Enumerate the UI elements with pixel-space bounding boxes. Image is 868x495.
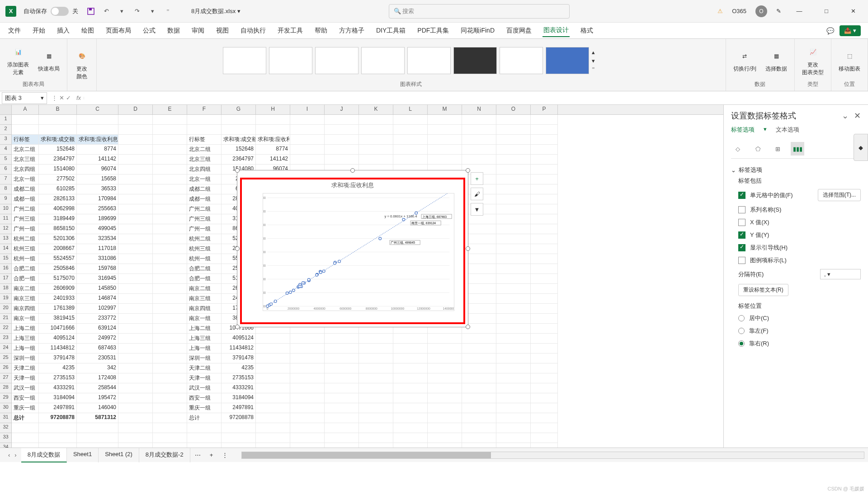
cell[interactable] bbox=[496, 344, 531, 354]
change-chart-type-button[interactable]: 📈更改 图表类型 bbox=[799, 43, 826, 78]
cell[interactable] bbox=[222, 125, 256, 135]
cell[interactable] bbox=[153, 443, 187, 448]
cell[interactable] bbox=[496, 324, 531, 334]
cell[interactable] bbox=[187, 115, 222, 125]
sheet-tab[interactable]: 8月成交数据 bbox=[21, 448, 67, 462]
cell[interactable] bbox=[428, 135, 462, 145]
cell[interactable] bbox=[153, 314, 187, 324]
cell[interactable]: 西安一组 bbox=[187, 393, 222, 403]
cell[interactable] bbox=[496, 135, 531, 145]
cell[interactable]: 上海一组 bbox=[187, 344, 222, 354]
radio-right[interactable] bbox=[738, 340, 745, 347]
cell[interactable] bbox=[325, 423, 359, 433]
cell[interactable] bbox=[531, 314, 558, 324]
cell[interactable]: 2401933 bbox=[39, 294, 77, 304]
maximize-button[interactable]: □ bbox=[817, 5, 835, 18]
cell[interactable]: 西安一组 bbox=[12, 393, 39, 403]
col-header[interactable]: I bbox=[290, 105, 325, 114]
cell[interactable]: 5871312 bbox=[77, 413, 118, 423]
cell[interactable] bbox=[256, 125, 290, 135]
cell[interactable] bbox=[496, 115, 531, 125]
fill-icon[interactable]: ◇ bbox=[731, 142, 745, 156]
cell[interactable] bbox=[12, 433, 39, 443]
cell[interactable]: 北京二组 bbox=[187, 145, 222, 155]
cell[interactable] bbox=[39, 433, 77, 443]
cell[interactable] bbox=[428, 373, 462, 383]
cell[interactable] bbox=[325, 373, 359, 383]
cell[interactable] bbox=[118, 443, 153, 448]
cell[interactable] bbox=[496, 264, 531, 274]
cell[interactable]: 行标签 bbox=[12, 135, 39, 145]
ribbon-tab-3[interactable]: 绘图 bbox=[80, 25, 95, 37]
cell[interactable] bbox=[359, 344, 393, 354]
styles-scroll[interactable]: ▴▾⁼ bbox=[592, 47, 599, 74]
cell[interactable] bbox=[325, 145, 359, 155]
quick-layout-button[interactable]: ▦快速布局 bbox=[35, 47, 62, 75]
cell[interactable]: 上海二组 bbox=[12, 324, 39, 334]
cell[interactable] bbox=[290, 115, 325, 125]
cell[interactable]: 天津一组 bbox=[12, 373, 39, 383]
cell[interactable] bbox=[153, 393, 187, 403]
cell[interactable]: 4235 bbox=[222, 363, 256, 373]
row-header[interactable]: 15 bbox=[0, 254, 12, 264]
cell[interactable]: 5201306 bbox=[39, 234, 77, 244]
cell[interactable] bbox=[496, 423, 531, 433]
cell[interactable] bbox=[118, 264, 153, 274]
formula-more-icon[interactable]: ⋮ bbox=[52, 94, 57, 101]
cell[interactable]: 成都二组 bbox=[187, 184, 222, 194]
cell[interactable] bbox=[118, 254, 153, 264]
resize-handle[interactable] bbox=[235, 246, 240, 251]
cell[interactable] bbox=[496, 224, 531, 234]
cell[interactable] bbox=[531, 413, 558, 423]
cell[interactable] bbox=[153, 174, 187, 184]
cell[interactable] bbox=[153, 155, 187, 165]
cell[interactable]: 求和项:应收利息 bbox=[77, 135, 118, 145]
cell[interactable] bbox=[496, 214, 531, 224]
cell[interactable] bbox=[39, 423, 77, 433]
cell[interactable] bbox=[531, 423, 558, 433]
row-header[interactable]: 14 bbox=[0, 244, 12, 254]
cell[interactable] bbox=[222, 433, 256, 443]
cell[interactable] bbox=[496, 204, 531, 214]
cell[interactable] bbox=[531, 344, 558, 354]
col-header[interactable]: P bbox=[531, 105, 558, 114]
cell[interactable]: 8774 bbox=[77, 145, 118, 155]
cell[interactable]: 323534 bbox=[77, 234, 118, 244]
cell[interactable] bbox=[118, 294, 153, 304]
cell[interactable] bbox=[462, 354, 496, 363]
cell[interactable] bbox=[359, 423, 393, 433]
cell[interactable]: 行标签 bbox=[187, 135, 222, 145]
cell[interactable] bbox=[153, 324, 187, 334]
cell[interactable] bbox=[290, 403, 325, 413]
cell[interactable]: 15658 bbox=[77, 174, 118, 184]
cell[interactable]: 广州二组 bbox=[12, 204, 39, 214]
cell[interactable]: 求和项:成交额 bbox=[222, 135, 256, 145]
col-header[interactable]: N bbox=[462, 105, 496, 114]
cell[interactable] bbox=[290, 383, 325, 393]
cell[interactable] bbox=[153, 344, 187, 354]
chart-plot-area[interactable]: 0000100000200000300000400000500000600000… bbox=[263, 193, 454, 311]
cell[interactable]: 南京三组 bbox=[12, 294, 39, 304]
cell[interactable]: 141142 bbox=[256, 155, 290, 165]
cell[interactable] bbox=[256, 433, 290, 443]
ribbon-tab-6[interactable]: 数据 bbox=[166, 25, 181, 37]
filename[interactable]: 8月成交数据.xlsx ▾ bbox=[191, 7, 241, 15]
cell[interactable] bbox=[256, 443, 290, 448]
add-chart-element-button[interactable]: 📊添加图表 元素 bbox=[5, 43, 32, 78]
ribbon-tab-5[interactable]: 公式 bbox=[142, 25, 156, 37]
cell[interactable] bbox=[531, 125, 558, 135]
cell[interactable]: 武汉一组 bbox=[12, 383, 39, 393]
cell[interactable]: 97208878 bbox=[222, 413, 256, 423]
cell[interactable] bbox=[428, 413, 462, 423]
cell[interactable] bbox=[393, 145, 428, 155]
cell[interactable]: 4062998 bbox=[39, 204, 77, 214]
cell[interactable] bbox=[325, 354, 359, 363]
switch-row-col-button[interactable]: ⇄切换行/列 bbox=[731, 47, 759, 75]
fx-icon[interactable]: fx bbox=[74, 94, 84, 101]
cell[interactable] bbox=[325, 403, 359, 413]
cell[interactable] bbox=[462, 145, 496, 155]
chart-style-8[interactable] bbox=[546, 47, 589, 74]
cell[interactable]: 5524557 bbox=[39, 254, 77, 264]
cell[interactable] bbox=[118, 373, 153, 383]
cell[interactable] bbox=[325, 413, 359, 423]
